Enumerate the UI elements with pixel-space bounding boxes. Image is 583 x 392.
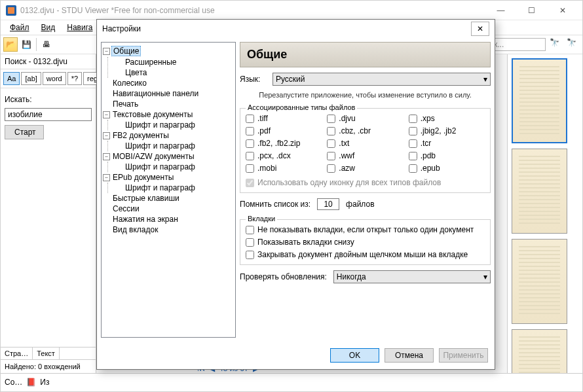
sb-tab-wildcard[interactable]: *? <box>67 72 82 85</box>
dialog-titlebar: Настройки ✕ <box>97 20 495 38</box>
sb-tab-ab[interactable]: [ab] <box>21 72 41 85</box>
tree-tabview[interactable]: Вид вкладок <box>103 224 234 235</box>
updates-combo[interactable]: Никогда▾ <box>333 270 491 283</box>
chk-xps[interactable]: .xps <box>409 114 485 123</box>
chk-tcr[interactable]: .tcr <box>409 139 485 148</box>
section-heading: Общие <box>240 42 491 67</box>
close-button[interactable]: ✕ <box>548 1 577 20</box>
chk-pdf[interactable]: .pdf <box>246 126 322 135</box>
chk-pdb[interactable]: .pdb <box>409 151 485 160</box>
open-icon[interactable]: 📂 <box>3 37 18 52</box>
chk-hide-tabs[interactable]: Не показывать вкладки, если открыт тольк… <box>246 225 485 234</box>
tree-mobi-font[interactable]: Шрифт и параграф <box>113 162 234 172</box>
binoculars-icon[interactable]: 🔭 <box>550 38 563 51</box>
chk-tiff[interactable]: .tiff <box>246 114 322 123</box>
chk-jbig[interactable]: .jbig2, .jb2 <box>409 126 485 135</box>
thumbnail[interactable] <box>512 239 567 324</box>
binoculars-next-icon[interactable]: 🔭 <box>567 38 580 51</box>
tree-screentap[interactable]: Нажатия на экран <box>103 214 234 224</box>
menu-nav[interactable]: Навига <box>62 22 98 33</box>
language-label: Язык: <box>240 75 266 84</box>
menu-file[interactable]: Файл <box>5 22 35 33</box>
save-icon[interactable]: 💾 <box>19 37 33 52</box>
maximize-button[interactable]: ☐ <box>517 1 546 20</box>
tree-wheel[interactable]: Колесико <box>103 78 234 88</box>
language-combo[interactable]: Русский▾ <box>273 73 491 86</box>
titlebar: 0132.djvu - STDU Viewer *Free for non-co… <box>1 1 582 20</box>
quick-search-input[interactable]: ск... <box>487 38 546 51</box>
sidebar-title: Поиск - 0132.djvu <box>1 54 96 69</box>
window-title: 0132.djvu - STDU Viewer *Free for non-co… <box>20 6 486 15</box>
app-icon <box>6 5 16 16</box>
sb-subtab-text[interactable]: Текст <box>33 347 60 359</box>
tree-general[interactable]: −Общие <box>103 45 234 57</box>
chk-mobi[interactable]: .mobi <box>246 164 322 173</box>
tabs-group: Вкладки Не показывать вкладки, если откр… <box>240 219 491 265</box>
chevron-down-icon: ▾ <box>483 272 487 281</box>
thumbnail[interactable] <box>512 149 567 234</box>
remember-label: Помнить список из: <box>240 200 310 209</box>
sb-tab-aa[interactable]: Aa <box>3 72 20 85</box>
remember-suffix: файлов <box>346 200 374 209</box>
settings-dialog: Настройки ✕ −Общие Расширенные Цвета Кол… <box>96 19 495 370</box>
tree-epub[interactable]: −EPub документы <box>103 172 234 183</box>
chk-pcx[interactable]: .pcx, .dcx <box>246 151 322 160</box>
tree-epub-font[interactable]: Шрифт и параграф <box>113 183 234 193</box>
tree-textdocs[interactable]: −Текстовые документы <box>103 109 234 120</box>
chk-fb2[interactable]: .fb2, .fb2.zip <box>246 139 322 148</box>
dialog-close-button[interactable]: ✕ <box>471 22 489 36</box>
status-co: Со… <box>5 378 22 387</box>
statusbar: Со… 📕 Из <box>1 373 582 390</box>
chevron-down-icon: ▾ <box>483 75 487 84</box>
search-input[interactable] <box>5 108 92 121</box>
print-icon[interactable]: 🖶 <box>39 37 54 52</box>
sb-tab-word[interactable]: word <box>43 72 66 85</box>
settings-tree[interactable]: −Общие Расширенные Цвета Колесико Навига… <box>101 42 236 338</box>
ok-button[interactable]: OK <box>330 348 379 363</box>
minimize-button[interactable]: — <box>486 1 516 20</box>
tree-extended[interactable]: Расширенные <box>113 57 234 67</box>
menu-view[interactable]: Вид <box>36 22 61 33</box>
tree-mobi[interactable]: −MOBI/AZW документы <box>103 151 234 162</box>
tree-sessions[interactable]: Сессии <box>103 204 234 214</box>
chk-tabs-dblclick[interactable]: Закрывать документ двойным щелчком мыши … <box>246 250 485 259</box>
thumbnail[interactable] <box>512 58 567 143</box>
file-assoc-group: Ассоциированные типы файлов .tiff .djvu … <box>240 108 491 193</box>
sb-subtab-pages[interactable]: Стра… <box>1 347 33 359</box>
thumbnail[interactable] <box>512 329 567 373</box>
chk-cbz[interactable]: .cbz, .cbr <box>327 126 403 135</box>
search-label: Искать: <box>5 95 92 104</box>
tree-print[interactable]: Печать <box>103 99 234 109</box>
chk-tabs-bottom[interactable]: Показывать вкладки снизу <box>246 238 485 247</box>
chk-txt[interactable]: .txt <box>327 139 403 148</box>
thumbnail-strip[interactable] <box>507 54 582 373</box>
tree-textdocs-font[interactable]: Шрифт и параграф <box>113 120 234 130</box>
search-results-count: Найдено: 0 вхождений <box>1 359 96 373</box>
chk-azw[interactable]: .azw <box>327 164 403 173</box>
updates-label: Проверять обновления: <box>240 272 327 281</box>
tree-hotkeys[interactable]: Быстрые клавиши <box>103 193 234 204</box>
tree-colors[interactable]: Цвета <box>113 67 234 78</box>
tree-fb2[interactable]: −FB2 документы <box>103 130 234 141</box>
search-sidebar: Поиск - 0132.djvu Aa [ab] word *? regex … <box>1 54 96 373</box>
chk-epub[interactable]: .epub <box>409 164 485 173</box>
chk-djvu[interactable]: .djvu <box>327 114 403 123</box>
remember-input[interactable] <box>317 198 339 210</box>
chk-wwf[interactable]: .wwf <box>327 151 403 160</box>
chk-one-icon: Использовать одну иконку для всех типов … <box>246 178 485 187</box>
tree-navpanels[interactable]: Навигационные панели <box>103 88 234 99</box>
cancel-button[interactable]: Отмена <box>385 348 434 363</box>
status-iz: Из <box>40 378 49 387</box>
search-start-button[interactable]: Старт <box>5 125 44 139</box>
apply-button[interactable]: Применить <box>439 348 488 363</box>
dialog-title: Настройки <box>102 24 471 33</box>
tree-fb2-font[interactable]: Шрифт и параграф <box>113 141 234 151</box>
restart-hint: Перезапустите приложение, чтобы изменени… <box>240 91 491 99</box>
